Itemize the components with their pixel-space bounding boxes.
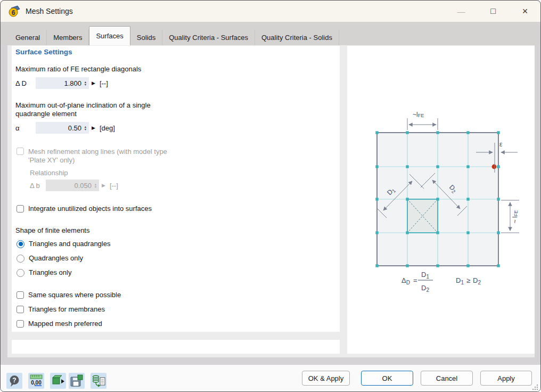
triangles-only-radio[interactable]	[17, 269, 24, 277]
relationship-symbol: Δ b	[30, 182, 46, 190]
top-dimension-label: ~lFE	[413, 111, 424, 118]
inclination-symbol: α	[15, 124, 36, 132]
same-squares-checkbox[interactable]	[17, 291, 24, 299]
checkbox-label: Triangles for membranes	[28, 305, 105, 314]
load-default-settings-icon[interactable]	[50, 373, 66, 389]
radio-label: Quadrangles only	[29, 254, 83, 263]
mesh-refinement-checkbox[interactable]	[17, 148, 24, 155]
tab-solids[interactable]: Solids	[130, 30, 162, 45]
titlebar[interactable]: 6 Mesh Settings — □ ×	[1, 1, 540, 22]
tab-members[interactable]: Members	[47, 30, 89, 45]
integrate-objects-checkbox[interactable]	[17, 205, 24, 213]
ratio-flyout-arrow-icon[interactable]: ▶	[92, 80, 95, 86]
svg-text:?: ?	[12, 377, 16, 384]
inclination-label: Maximum out-of-plane inclination of a si…	[15, 101, 175, 119]
mesh-refinement-row: Mesh refinement along lines (with model …	[17, 148, 184, 165]
inclination-flyout-arrow-icon[interactable]: ▶	[92, 125, 95, 130]
checkbox-label: Mapped mesh preferred	[28, 320, 102, 328]
tab-quality-criteria-surfaces[interactable]: Quality Criteria - Surfaces	[162, 30, 255, 45]
spin-down-icon[interactable]: ▾	[85, 83, 86, 86]
shape-option-row: Triangles only	[17, 268, 71, 277]
svg-text:D1≥D2: D1≥D2	[456, 276, 481, 285]
triangles-and-quadrangles-radio[interactable]	[17, 240, 24, 248]
svg-text:0,00: 0,00	[31, 380, 42, 386]
tab-surfaces[interactable]: Surfaces	[89, 26, 130, 45]
surface-settings-panel: Surface Settings Maximum ratio of FE rec…	[12, 46, 340, 332]
svg-text:D1: D1	[421, 271, 429, 280]
inclination-unit: [deg]	[100, 124, 115, 132]
inclination-spinner[interactable]: ▴▾	[82, 122, 89, 134]
svg-text:6: 6	[12, 9, 15, 17]
resize-grip[interactable]	[532, 384, 538, 390]
svg-text:D2: D2	[421, 284, 429, 293]
checkbox-row: Mapped mesh preferred	[17, 320, 102, 328]
dialog-footer: ? 0,00	[1, 365, 540, 392]
spin-down-icon: ▾	[95, 185, 96, 188]
tab-quality-criteria-solids[interactable]: Quality Criteria - Solids	[255, 30, 339, 45]
relationship-spinner: ▴▾	[92, 179, 99, 191]
cancel-button[interactable]: Cancel	[421, 371, 473, 386]
save-as-default-icon[interactable]	[69, 373, 85, 389]
help-icon[interactable]: ?	[6, 373, 22, 389]
inclination-row: α ▴▾ ▶ [deg]	[15, 122, 115, 134]
checkbox-row: Same squares where possible	[17, 291, 121, 299]
shape-option-row: Triangles and quadrangles	[17, 240, 110, 248]
mapped-mesh-checkbox[interactable]	[17, 320, 24, 328]
section-title: Surface Settings	[15, 48, 72, 56]
ratio-label: Maximum ratio of FE rectangle diagonals	[15, 65, 141, 74]
quadrangles-only-radio[interactable]	[17, 255, 24, 263]
ok-button[interactable]: OK	[361, 371, 413, 386]
ratio-spinner[interactable]: ▴▾	[82, 77, 89, 89]
relationship-unit: [--]	[110, 182, 118, 190]
ok-and-apply-button[interactable]: OK & Apply	[302, 371, 350, 386]
ratio-input-box: ▴▾	[36, 77, 89, 89]
radio-label: Triangles only	[29, 268, 71, 277]
mesh-refinement-label: Mesh refinement along lines (with model …	[28, 148, 184, 165]
ratio-symbol: Δ D	[15, 79, 36, 87]
empty-strip	[12, 340, 340, 354]
radio-label: Triangles and quadrangles	[29, 240, 110, 248]
shape-group-title: Shape of finite elements	[15, 226, 89, 235]
right-dimension-label: ~ lFE	[511, 210, 519, 224]
formula: ΔD= D1 D2 D1≥D2	[401, 271, 481, 293]
minimize-button[interactable]: —	[449, 3, 473, 19]
close-button[interactable]: ×	[513, 3, 537, 19]
top-dimension	[407, 118, 438, 130]
red-node-dot	[492, 165, 497, 169]
mesh-diagram: ~lFE ε ~ lFE	[347, 46, 535, 354]
checkbox-row: Triangles for membranes	[17, 305, 105, 314]
shape-option-row: Quadrangles only	[17, 254, 83, 263]
svg-text:ΔD=: ΔD=	[401, 276, 417, 285]
inclination-input-box: ▴▾	[36, 122, 89, 134]
ratio-unit: [--]	[100, 79, 108, 87]
epsilon-label: ε	[499, 141, 503, 148]
spin-down-icon[interactable]: ▾	[85, 128, 86, 130]
integrate-row: Integrate unutilized objects into surfac…	[17, 205, 152, 213]
relationship-input	[46, 179, 92, 191]
diagram-panel: ~lFE ε ~ lFE	[347, 46, 535, 354]
ratio-input[interactable]	[36, 77, 82, 89]
relationship-row: Δ b ▴▾ ▶ [--]	[30, 179, 118, 191]
tab-general[interactable]: General	[9, 30, 47, 45]
triangles-for-membranes-checkbox[interactable]	[17, 306, 24, 313]
transfer-settings-icon[interactable]	[91, 373, 106, 389]
inclination-input[interactable]	[36, 122, 82, 134]
apply-button[interactable]: Apply	[480, 371, 532, 386]
decimal-places-icon[interactable]: 0,00	[28, 373, 44, 389]
surfaces-tab-page: Surface Settings Maximum ratio of FE rec…	[7, 45, 535, 357]
checkbox-label: Same squares where possible	[28, 291, 121, 299]
relationship-label: Relationship	[30, 169, 68, 177]
window-title: Mesh Settings	[26, 7, 73, 15]
rfem6-app-icon: 6	[8, 5, 21, 18]
ratio-row: Δ D ▴▾ ▶ [--]	[15, 77, 108, 89]
tab-strip: General Members Surfaces Solids Quality …	[1, 22, 540, 45]
integrate-objects-label: Integrate unutilized objects into surfac…	[28, 205, 152, 213]
relationship-flyout-arrow-icon: ▶	[102, 183, 105, 188]
mesh-settings-dialog: 6 Mesh Settings — □ × General Members Su…	[0, 0, 541, 392]
maximize-button[interactable]: □	[481, 3, 505, 19]
relationship-input-box: ▴▾	[46, 179, 99, 191]
